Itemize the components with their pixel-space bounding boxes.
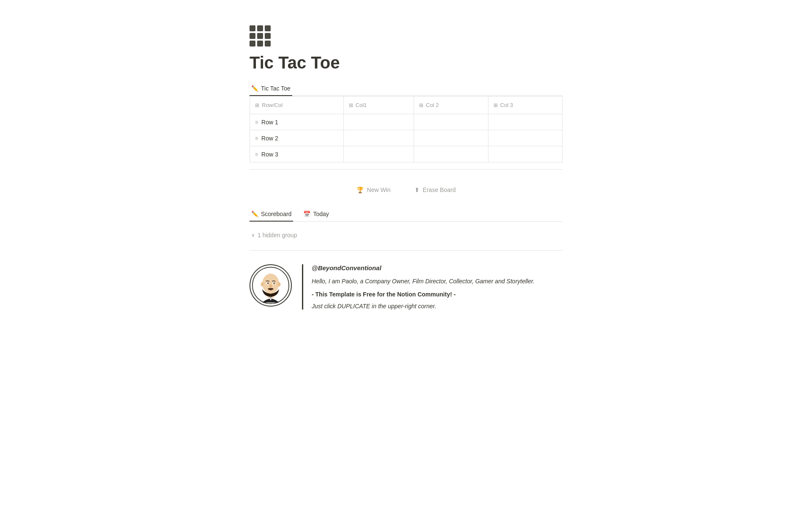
row3-col3-cell[interactable] — [488, 146, 562, 162]
scoreboard-tab-label: Scoreboard — [261, 211, 291, 217]
row-icon: ≡ — [255, 135, 258, 141]
col-icon-row-col: ⊞ — [255, 102, 259, 108]
svg-point-8 — [273, 282, 275, 284]
divider-2 — [250, 250, 562, 251]
today-tab-label: Today — [313, 211, 329, 217]
row1-col2-cell[interactable] — [414, 114, 488, 130]
scoreboard-tab-icon: ✏️ — [251, 211, 258, 217]
svg-point-7 — [267, 282, 269, 284]
row2-col1-cell[interactable] — [343, 130, 414, 146]
page-icon — [250, 25, 562, 44]
edit-icon: ✏️ — [251, 85, 258, 92]
table-row: ≡ Row 3 — [250, 146, 562, 162]
row3-col1-cell[interactable] — [343, 146, 414, 162]
tic-tac-toe-table: ⊞ Row/Col ⊞ Col1 ⊞ Col 2 — [250, 96, 562, 162]
row3-col2-cell[interactable] — [414, 146, 488, 162]
tab-today[interactable]: 📅 Today — [302, 207, 330, 222]
row2-col2-cell[interactable] — [414, 130, 488, 146]
col-header-col3[interactable]: ⊞ Col 3 — [488, 96, 562, 114]
table-row: ≡ Row 1 — [250, 114, 562, 130]
row3-label: Row 3 — [261, 151, 278, 158]
trophy-icon: 🏆 — [357, 186, 364, 193]
scoreboard-tab-bar: ✏️ Scoreboard 📅 Today — [250, 207, 562, 222]
profile-bio: Hello, I am Paolo, a Company Owner, Film… — [312, 277, 535, 286]
col-icon-col2: ⊞ — [419, 102, 423, 108]
svg-point-3 — [261, 282, 264, 287]
erase-board-button[interactable]: ⬆ Erase Board — [411, 185, 459, 195]
avatar — [250, 264, 292, 307]
row3-label-cell[interactable]: ≡ Row 3 — [250, 146, 344, 162]
col-label-col2: Col 2 — [426, 102, 439, 108]
row1-label: Row 1 — [261, 119, 278, 126]
col-label-row-col: Row/Col — [262, 102, 283, 108]
row1-label-cell[interactable]: ≡ Row 1 — [250, 114, 344, 130]
table-header-row: ⊞ Row/Col ⊞ Col1 ⊞ Col 2 — [250, 96, 562, 114]
tab-scoreboard[interactable]: ✏️ Scoreboard — [250, 207, 293, 222]
erase-board-label: Erase Board — [423, 186, 456, 193]
table-row: ≡ Row 2 — [250, 130, 562, 146]
avatar-svg — [252, 266, 290, 304]
profile-content: @BeyondConventional Hello, I am Paolo, a… — [302, 264, 535, 310]
action-buttons: 🏆 New Win ⬆ Erase Board — [250, 176, 562, 203]
row2-col3-cell[interactable] — [488, 130, 562, 146]
row-icon: ≡ — [255, 151, 258, 157]
chevron-down-icon: ∨ — [251, 232, 255, 238]
col-label-col1: Col1 — [356, 102, 367, 108]
hidden-group-label: 1 hidden group — [258, 232, 297, 238]
row2-label: Row 2 — [261, 135, 278, 142]
row1-col3-cell[interactable] — [488, 114, 562, 130]
row2-label-cell[interactable]: ≡ Row 2 — [250, 130, 344, 146]
col-label-col3: Col 3 — [500, 102, 513, 108]
profile-card: @BeyondConventional Hello, I am Paolo, a… — [250, 258, 562, 316]
profile-cta: - This Template is Free for the Notion C… — [312, 291, 535, 298]
grid-icon — [250, 25, 268, 44]
erase-icon: ⬆ — [414, 186, 420, 193]
page-title: Tic Tac Toe — [250, 52, 562, 73]
scoreboard-section: ✏️ Scoreboard 📅 Today ∨ 1 hidden group — [250, 207, 562, 242]
col-header-row-col[interactable]: ⊞ Row/Col — [250, 96, 344, 114]
col-header-col2[interactable]: ⊞ Col 2 — [414, 96, 488, 114]
svg-point-4 — [277, 282, 280, 287]
main-tab-bar: ✏️ Tic Tac Toe — [250, 81, 562, 96]
avatar-container — [250, 264, 292, 310]
profile-instruction: Just click DUPLICATE in the upper-right … — [312, 303, 535, 310]
today-tab-icon: 📅 — [303, 211, 310, 217]
row1-col1-cell[interactable] — [343, 114, 414, 130]
main-tab[interactable]: ✏️ Tic Tac Toe — [250, 82, 292, 96]
new-win-label: New Win — [367, 186, 391, 193]
new-win-button[interactable]: 🏆 New Win — [353, 185, 394, 195]
divider-1 — [250, 169, 562, 170]
col-icon-col1: ⊞ — [349, 102, 353, 108]
main-tab-label: Tic Tac Toe — [261, 85, 291, 92]
row-icon: ≡ — [255, 119, 258, 125]
profile-handle: @BeyondConventional — [312, 264, 535, 271]
col-icon-col3: ⊞ — [494, 102, 498, 108]
hidden-group[interactable]: ∨ 1 hidden group — [250, 228, 562, 242]
svg-point-10 — [274, 282, 274, 283]
col-header-col1[interactable]: ⊞ Col1 — [343, 96, 414, 114]
svg-point-9 — [268, 282, 269, 283]
